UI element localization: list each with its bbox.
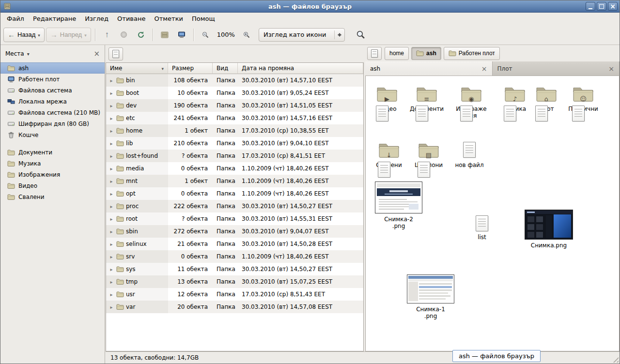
sidebar-item[interactable]: Свалени — [0, 191, 105, 202]
sidebar-item[interactable]: Файлова система (210 MB) — [0, 107, 105, 118]
image-item-snimka1[interactable]: Снимка-1.png — [404, 274, 457, 320]
expander-icon[interactable] — [108, 127, 114, 134]
file-row[interactable]: dev 190 обекта Папка 30.03.2010 (вт) 14,… — [106, 99, 363, 112]
combo-spinner-icon[interactable] — [334, 30, 341, 39]
expander-icon[interactable] — [108, 90, 114, 96]
sidebar-item[interactable]: Файлова система — [0, 85, 105, 96]
sidebar-item[interactable]: Документи — [0, 147, 105, 158]
sidebar-item[interactable]: Изображения — [0, 169, 105, 180]
menu-item[interactable]: Изглед — [80, 14, 113, 24]
folder-item[interactable]: ◉ Изображения — [451, 85, 492, 120]
sidebar-item[interactable]: Видео — [0, 180, 105, 191]
expander-icon[interactable] — [108, 253, 114, 260]
sidebar-item[interactable]: ash — [0, 62, 105, 74]
file-row[interactable]: etc 241 обекта Папка 30.03.2010 (вт) 14,… — [106, 112, 363, 124]
tab-close-icon[interactable] — [608, 65, 614, 73]
file-row[interactable]: bin 108 обекта Папка 30.03.2010 (вт) 14,… — [106, 74, 363, 87]
expander-icon[interactable] — [108, 303, 114, 310]
path-button[interactable]: home — [385, 47, 409, 60]
expander-icon[interactable] — [108, 215, 114, 222]
menu-item[interactable]: Редактиране — [29, 14, 80, 24]
sidebar-item[interactable]: Музика — [0, 158, 105, 169]
pane-location-button[interactable] — [367, 47, 382, 60]
taskbar-window-label[interactable]: ash — файлов браузър — [452, 350, 541, 362]
expander-icon[interactable] — [108, 228, 114, 235]
expander-icon[interactable] — [108, 291, 114, 298]
expander-icon[interactable] — [108, 278, 114, 285]
back-history-caret-icon[interactable] — [38, 31, 40, 38]
expander-icon[interactable] — [108, 190, 114, 197]
forward-button[interactable]: Напред — [46, 28, 91, 42]
file-row[interactable]: lost+found ? обекта Папка 17.03.2010 (ср… — [106, 150, 363, 162]
file-row[interactable]: opt 0 обекта Папка 1.10.2009 (чт) 18,40,… — [106, 187, 363, 200]
zoom-out-button[interactable] — [198, 28, 213, 42]
image-item-snimka[interactable]: Снимка.png — [523, 210, 575, 249]
sidebar-item[interactable] — [0, 140, 105, 147]
expander-icon[interactable] — [108, 102, 114, 109]
folder-item[interactable]: ↓ Свалени — [369, 141, 409, 168]
folder-item[interactable]: ⌂ Плот — [529, 85, 564, 112]
menu-item[interactable]: Помощ — [187, 14, 219, 24]
expander-icon[interactable] — [108, 115, 114, 121]
file-row[interactable]: sbin 272 обекта Папка 30.03.2010 (вт) 9,… — [106, 225, 363, 238]
stop-button[interactable] — [116, 28, 132, 42]
path-button[interactable]: ash — [411, 47, 441, 60]
file-row[interactable]: media 0 обекта Папка 1.10.2009 (чт) 18,4… — [106, 162, 363, 175]
column-header-type[interactable]: Вид — [213, 63, 238, 74]
column-header-date[interactable]: Дата на промяна — [238, 63, 363, 74]
column-header-size[interactable]: Размер — [168, 63, 213, 74]
file-row[interactable]: var 20 обекта Папка 30.03.2010 (вт) 14,5… — [106, 301, 363, 313]
back-button[interactable]: Назад — [3, 28, 45, 42]
expander-icon[interactable] — [108, 152, 114, 159]
file-row[interactable]: tmp 13 обекта Папка 30.03.2010 (вт) 15,0… — [106, 275, 363, 288]
file-row[interactable]: srv 0 обекта Папка 1.10.2009 (чт) 18,40,… — [106, 250, 363, 263]
file-item-list[interactable]: list — [466, 215, 497, 241]
column-header-name[interactable]: Име — [106, 63, 168, 74]
file-row[interactable]: home 1 обект Папка 17.03.2010 (ср) 10,38… — [106, 124, 363, 137]
path-button[interactable]: Работен плот — [444, 47, 500, 60]
sidebar-close-icon[interactable] — [93, 49, 100, 58]
menu-item[interactable]: Отиване — [113, 14, 150, 24]
expander-icon[interactable] — [108, 203, 114, 210]
reload-button[interactable] — [133, 28, 149, 42]
computer-button[interactable] — [174, 28, 189, 42]
file-row[interactable]: sys 11 обекта Папка 30.03.2010 (вт) 14,5… — [106, 263, 363, 275]
minimize-button[interactable] — [586, 2, 595, 11]
tab[interactable]: ash — [365, 61, 493, 76]
sidebar-item[interactable]: Шифриран дял (80 GB) — [0, 118, 105, 129]
titlebar[interactable]: ash — файлов браузър — [0, 0, 620, 13]
sort-caret-icon[interactable] — [161, 65, 164, 72]
up-button[interactable] — [99, 28, 115, 42]
sidebar-caret-icon[interactable] — [27, 50, 30, 57]
sidebar-item[interactable]: Локална мрежа — [0, 96, 105, 107]
menu-item[interactable]: Файл — [2, 14, 29, 24]
file-row[interactable]: selinux 21 обекта Папка 30.03.2010 (вт) … — [106, 238, 363, 250]
expander-icon[interactable] — [108, 165, 114, 172]
close-button[interactable] — [608, 2, 618, 11]
folder-item[interactable]: ≡ Документи — [406, 85, 447, 112]
maximize-button[interactable] — [597, 2, 606, 11]
icon-view[interactable]: ▶ Видео ≡ Документи ◉ — [365, 76, 620, 351]
file-row[interactable]: boot 10 обекта Папка 30.03.2010 (вт) 9,0… — [106, 87, 363, 99]
tab-close-icon[interactable] — [481, 65, 487, 73]
file-row[interactable]: root ? обекта Папка 30.03.2010 (вт) 14,5… — [106, 212, 363, 225]
folder-item[interactable]: нов файл — [449, 141, 490, 168]
home-button[interactable] — [157, 28, 172, 42]
resize-grip[interactable] — [611, 355, 619, 363]
sidebar-title[interactable]: Места — [5, 50, 24, 57]
view-mode-select[interactable]: Изглед като икони — [259, 28, 345, 42]
folder-item[interactable]: ▶ Видео — [367, 85, 407, 112]
zoom-in-button[interactable] — [239, 28, 254, 42]
folder-item[interactable]: ☺ Публични — [562, 85, 604, 112]
image-item-snimka2[interactable]: Снимка-2.png — [373, 182, 424, 230]
menu-item[interactable]: Отметки — [150, 14, 187, 24]
sidebar-item[interactable]: Работен плот — [0, 74, 105, 85]
expander-icon[interactable] — [108, 241, 114, 247]
file-row[interactable]: usr 12 обекта Папка 17.03.2010 (ср) 8,51… — [106, 288, 363, 301]
expander-icon[interactable] — [108, 140, 114, 147]
file-row[interactable]: mnt 1 обект Папка 1.10.2009 (чт) 18,40,2… — [106, 175, 363, 187]
tab[interactable]: Плот — [493, 61, 620, 76]
expander-icon[interactable] — [108, 266, 114, 273]
expander-icon[interactable] — [108, 77, 114, 84]
sidebar-item[interactable]: Кошче — [0, 129, 105, 140]
